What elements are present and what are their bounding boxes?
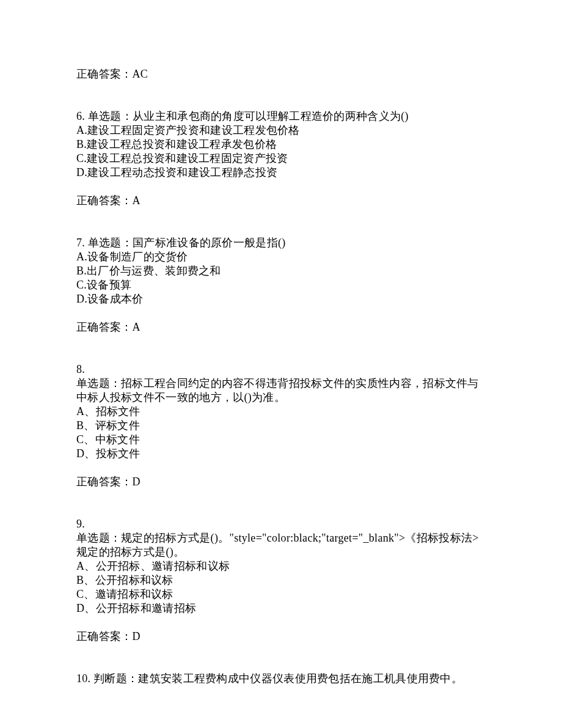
option-a: A.建设工程固定资产投资和建设工程发包价格 [76, 123, 486, 138]
option-c: C.建设工程总投资和建设工程固定资产投资 [76, 152, 486, 166]
option-d: D.设备成本价 [76, 292, 486, 306]
question-9: 9. 单选题：规定的招标方式是()。"style="color:black;"t… [76, 517, 486, 644]
option-a: A.设备制造厂的交货价 [76, 250, 486, 264]
question-number: 9. [76, 517, 486, 531]
question-number: 8. [76, 362, 486, 377]
answer-text: 正确答案：AC [76, 67, 486, 81]
option-b: B.建设工程总投资和建设工程承发包价格 [76, 138, 486, 152]
option-d: D、公开招标和邀请招标 [76, 601, 486, 616]
option-a: A、公开招标、邀请招标和议标 [76, 559, 486, 573]
option-c: C.设备预算 [76, 278, 486, 292]
question-10: 10. 判断题：建筑安装工程费构成中仪器仪表使用费包括在施工机具使用费中。 [76, 672, 486, 686]
question-6: 6. 单选题：从业主和承包商的角度可以理解工程造价的两种含义为() A.建设工程… [76, 109, 486, 208]
question-stem: 10. 判断题：建筑安装工程费构成中仪器仪表使用费包括在施工机具使用费中。 [76, 672, 486, 686]
answer-text: 正确答案：A [76, 194, 486, 208]
option-c: C、邀请招标和议标 [76, 587, 486, 601]
option-b: B、公开招标和议标 [76, 573, 486, 587]
question-stem: 单选题：招标工程合同约定的内容不得违背招投标文件的实质性内容，招标文件与中标人投… [76, 377, 486, 405]
question-stem: 单选题：规定的招标方式是()。"style="color:black;"targ… [76, 531, 486, 559]
option-d: D、投标文件 [76, 447, 486, 461]
question-stem: 7. 单选题：国产标准设备的原价一般是指() [76, 236, 486, 250]
answer-text: 正确答案：D [76, 630, 486, 644]
option-a: A、招标文件 [76, 405, 486, 419]
option-d: D.建设工程动态投资和建设工程静态投资 [76, 166, 486, 180]
question-7: 7. 单选题：国产标准设备的原价一般是指() A.设备制造厂的交货价 B.出厂价… [76, 236, 486, 334]
option-c: C、中标文件 [76, 433, 486, 447]
option-b: B.出厂价与运费、装卸费之和 [76, 264, 486, 278]
answer-text: 正确答案：D [76, 475, 486, 489]
option-b: B、评标文件 [76, 419, 486, 433]
question-stem: 6. 单选题：从业主和承包商的角度可以理解工程造价的两种含义为() [76, 109, 486, 123]
answer-text: 正确答案：A [76, 320, 486, 334]
question-8: 8. 单选题：招标工程合同约定的内容不得违背招投标文件的实质性内容，招标文件与中… [76, 362, 486, 489]
